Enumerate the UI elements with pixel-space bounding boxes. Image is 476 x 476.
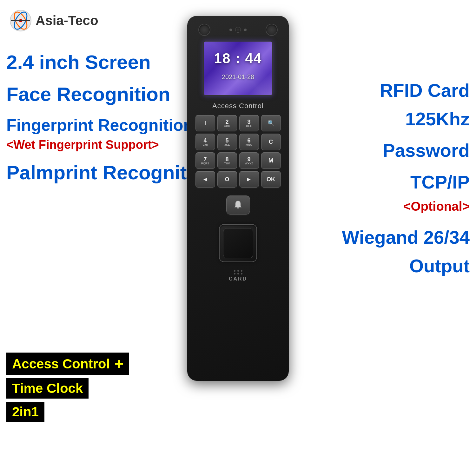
logo-area: Asia-Teco (10, 10, 98, 32)
plus-icon: + (115, 355, 123, 373)
device-screen: 18 : 44 2021-01-28 (203, 41, 273, 96)
tcpip-label: TCP/IP (342, 171, 470, 193)
card-area: CARD (229, 270, 247, 282)
rfid-feature: RFID Card 125Khz (342, 79, 470, 130)
combo-badge: 2in1 (6, 402, 44, 422)
logo-icon (10, 10, 32, 32)
key-3[interactable]: 🔍 (261, 115, 281, 131)
key-6[interactable]: 6MNO (239, 134, 259, 150)
rfid-line1-label: RFID Card (342, 79, 470, 102)
badge-section: Access Control + Time Clock 2in1 (6, 353, 129, 425)
tcpip-feature: TCP/IP <Optional> (342, 171, 470, 214)
wiegand-feature: Wiegand 26/34 Output (342, 226, 470, 277)
card-dots (234, 270, 242, 274)
center-camera (235, 27, 241, 33)
card-label: CARD (229, 276, 247, 282)
wiegand-line1-label: Wiegand 26/34 (342, 226, 470, 248)
rfid-line2-label: 125Khz (342, 108, 470, 130)
key-5[interactable]: 5JKL (217, 134, 237, 150)
key-7[interactable]: C (261, 134, 281, 150)
bell-icon (233, 200, 243, 210)
top-sensors (192, 22, 284, 37)
led-dot-1 (229, 29, 232, 31)
key-10[interactable]: 9WXYZ (239, 152, 259, 169)
bell-button[interactable] (226, 195, 250, 215)
right-sensor (266, 24, 278, 36)
key-4[interactable]: 4GHI (195, 134, 215, 150)
device-access-label: Access Control (212, 102, 264, 110)
device-body: 18 : 44 2021-01-28 Access Control I2ABC3… (187, 16, 289, 381)
wiegand-line2-label: Output (342, 255, 470, 277)
keypad: I2ABC3DEF🔍4GHI5JKL6MNOC7PQRS8TUV9WXYZM◄O… (195, 115, 281, 188)
key-12[interactable]: ◄ (195, 171, 215, 188)
screen-time: 18 : 44 (204, 50, 272, 66)
left-sensor (198, 24, 210, 36)
key-0[interactable]: I (195, 115, 215, 131)
card-dot (234, 270, 235, 272)
password-label: Password (342, 139, 470, 162)
card-dot (237, 273, 239, 274)
key-9[interactable]: 8TUV (217, 152, 237, 169)
optional-label: <Optional> (342, 199, 470, 214)
key-13[interactable]: O (217, 171, 237, 188)
center-sensors (229, 27, 247, 33)
led-dot-2 (244, 29, 247, 31)
access-control-badge: Access Control + (6, 353, 129, 375)
card-dot (234, 273, 235, 274)
fingerprint-sensor[interactable] (219, 224, 257, 262)
right-features: RFID Card 125Khz Password TCP/IP <Option… (342, 79, 470, 287)
key-14[interactable]: ► (239, 171, 259, 188)
card-dot (237, 270, 239, 272)
card-dot (241, 270, 242, 272)
key-15[interactable]: OK (261, 171, 281, 188)
logo-text: Asia-Teco (36, 13, 98, 28)
fp-inner (223, 228, 253, 258)
key-1[interactable]: 2ABC (217, 115, 237, 131)
key-2[interactable]: 3DEF (239, 115, 259, 131)
time-clock-badge: Time Clock (6, 378, 89, 399)
key-11[interactable]: M (261, 152, 281, 169)
screen-date: 2021-01-28 (204, 73, 272, 81)
card-dot (241, 273, 242, 274)
device-container: 18 : 44 2021-01-28 Access Control I2ABC3… (184, 16, 292, 397)
key-8[interactable]: 7PQRS (195, 152, 215, 169)
password-feature: Password (342, 139, 470, 162)
svg-rect-5 (237, 207, 239, 208)
screen-overlay (204, 42, 272, 95)
